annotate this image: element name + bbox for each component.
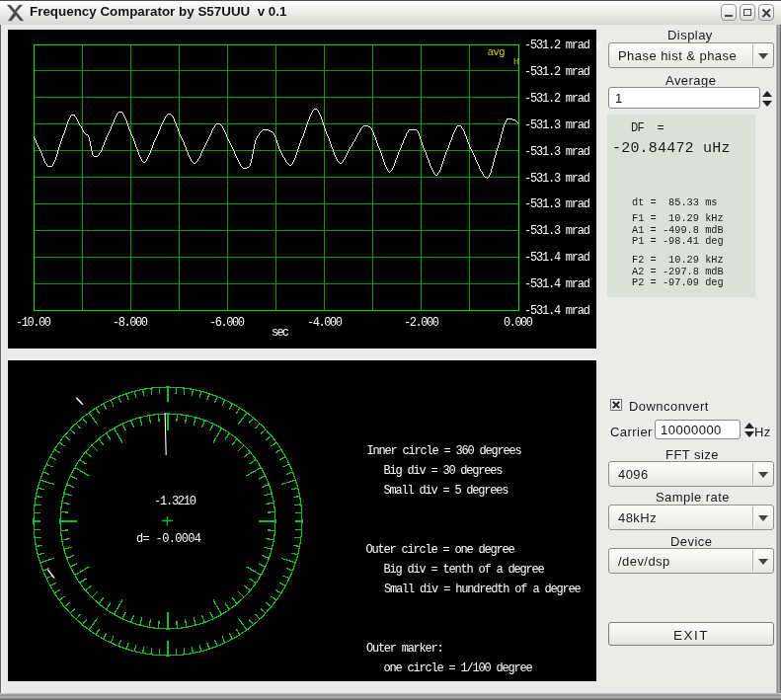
svg-text:avg: avg — [488, 46, 506, 58]
svg-text:-531.2 mrad: -531.2 mrad — [524, 39, 590, 52]
svg-text:Big div = 30 degrees: Big div = 30 degrees — [384, 464, 504, 478]
svg-text:-4.000: -4.000 — [307, 316, 343, 330]
svg-text:-531.2 mrad: -531.2 mrad — [524, 65, 590, 79]
svg-text:-531.3 mrad: -531.3 mrad — [524, 224, 590, 238]
svg-text:-531.3 mrad: -531.3 mrad — [524, 145, 590, 159]
svg-text:Inner circle = 360 degrees: Inner circle = 360 degrees — [367, 444, 522, 458]
svg-text:H: H — [513, 57, 518, 67]
svg-text:-531.3 mrad: -531.3 mrad — [524, 172, 590, 186]
svg-text:Small div = 5 degrees: Small div = 5 degrees — [384, 484, 509, 498]
svg-text:one circle = 1/100 degree: one circle = 1/100 degree — [384, 661, 533, 675]
svg-text:d= -0.0004: d= -0.0004 — [136, 532, 201, 546]
svg-text:-531.4 mrad: -531.4 mrad — [524, 304, 590, 318]
svg-text:Outer marker:: Outer marker: — [366, 642, 444, 656]
svg-text:sec: sec — [272, 326, 289, 340]
svg-text:Small div = hundredth of a deg: Small div = hundredth of a degree — [384, 583, 582, 596]
svg-text:-531.3 mrad: -531.3 mrad — [524, 118, 590, 132]
svg-text:Big div = tenth of a degree: Big div = tenth of a degree — [384, 563, 545, 577]
svg-text:Outer circle = one degree: Outer circle = one degree — [366, 543, 515, 557]
svg-text:0.000: 0.000 — [504, 316, 533, 330]
svg-text:-531.3 mrad: -531.3 mrad — [524, 197, 590, 211]
svg-text:-10.00: -10.00 — [16, 316, 51, 330]
svg-text:-531.4 mrad: -531.4 mrad — [524, 251, 590, 265]
svg-text:-8.000: -8.000 — [113, 316, 148, 330]
svg-text:-6.000: -6.000 — [209, 316, 245, 330]
svg-text:-531.4 mrad: -531.4 mrad — [524, 277, 590, 291]
svg-text:-2.000: -2.000 — [404, 316, 439, 330]
svg-text:-1.3210: -1.3210 — [154, 495, 196, 508]
svg-text:-531.2 mrad: -531.2 mrad — [524, 92, 590, 106]
